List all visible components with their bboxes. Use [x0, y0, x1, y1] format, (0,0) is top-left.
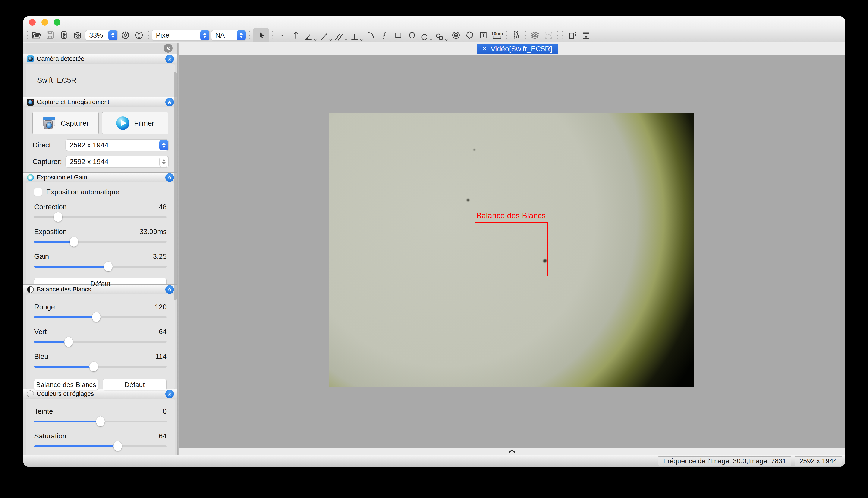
minimize-window-button[interactable] — [41, 19, 48, 26]
perpendicular-tool-button[interactable] — [350, 29, 363, 42]
open-file-button[interactable] — [31, 29, 42, 42]
slider-thumb[interactable] — [96, 417, 105, 426]
rouge-slider[interactable] — [34, 312, 167, 322]
panel-header-capture[interactable]: Capture et Enregistrement — [24, 97, 177, 107]
stepper-icon[interactable] — [108, 30, 117, 40]
slider-thumb[interactable] — [92, 312, 101, 322]
zoom-select[interactable]: 33% — [86, 30, 117, 40]
export-button[interactable] — [580, 29, 592, 42]
record-button[interactable]: Filmer — [102, 112, 168, 134]
snap-resolution-select[interactable]: 2592 x 1944 — [66, 156, 168, 167]
teinte-value: 0 — [163, 407, 167, 416]
text-tool-button[interactable] — [477, 29, 489, 42]
white-balance-button[interactable]: Balance des Blancs — [34, 379, 98, 391]
capture-button[interactable]: Capturer — [33, 112, 99, 134]
arc-tool-button[interactable] — [365, 29, 377, 42]
stepper-icon[interactable] — [200, 30, 209, 40]
slider-thumb[interactable] — [64, 337, 73, 347]
white-balance-default-button[interactable]: Défaut — [103, 379, 167, 391]
parallel-lines-tool-button[interactable] — [334, 29, 348, 42]
scalebar-tool-button[interactable]: 10um — [491, 29, 503, 42]
exposition-slider[interactable] — [34, 237, 167, 247]
viewer-canvas[interactable]: Balance des Blancs — [179, 55, 845, 448]
line-tool-button[interactable] — [319, 29, 332, 42]
close-tab-icon[interactable]: × — [482, 45, 487, 52]
snap-resolution-value: 2592 x 1944 — [69, 158, 108, 166]
record-play-icon — [116, 117, 129, 130]
slider-thumb[interactable] — [104, 262, 113, 272]
point-tool-button[interactable] — [276, 29, 288, 42]
close-window-button[interactable] — [29, 19, 36, 26]
correction-label: Correction — [34, 203, 67, 211]
panel-body-colors: Teinte 0 Saturation 64 — [26, 399, 175, 455]
auto-exposure-checkbox[interactable] — [34, 188, 42, 196]
panel-title: Caméra détectée — [37, 55, 84, 62]
device-settings-button[interactable] — [58, 29, 69, 42]
sidebar-divider[interactable] — [177, 43, 179, 455]
rectangle-tool-button[interactable] — [393, 29, 404, 42]
tab-video[interactable]: × Vidéo[Swift_EC5R] — [477, 43, 558, 54]
correction-slider[interactable] — [34, 212, 167, 222]
tab-bar: × Vidéo[Swift_EC5R] — [179, 43, 845, 55]
collapse-panel-button[interactable] — [165, 98, 174, 106]
panel-title: Capture et Enregistrement — [37, 99, 109, 106]
zoom-window-button[interactable] — [54, 19, 61, 26]
panel-header-exposure[interactable]: Exposition et Gain — [24, 172, 177, 182]
ellipse-tool-button[interactable] — [406, 29, 418, 42]
slider-thumb[interactable] — [54, 212, 62, 222]
point-icon — [278, 31, 286, 39]
curve-tool-button[interactable] — [379, 29, 391, 42]
duplicate-button[interactable] — [567, 29, 578, 42]
expand-panel-button[interactable] — [508, 449, 515, 454]
teinte-slider[interactable] — [34, 416, 167, 427]
stepper-icon[interactable] — [159, 140, 168, 150]
bleu-slider[interactable] — [34, 362, 167, 372]
csv-export-button[interactable]: CSV — [543, 29, 554, 42]
gain-slider[interactable] — [34, 261, 167, 272]
gain-value: 3.25 — [153, 252, 167, 261]
panel-body-camera: Swift_EC5R — [26, 64, 175, 97]
panel-header-camera[interactable]: Caméra détectée — [24, 54, 177, 64]
cursor-tool-button[interactable] — [253, 28, 269, 42]
layers-button[interactable] — [529, 29, 540, 42]
polygon-tool-button[interactable] — [464, 29, 475, 42]
slider-thumb[interactable] — [69, 237, 78, 247]
flash-device-icon — [59, 30, 68, 40]
live-resolution-select[interactable]: 2592 x 1944 — [66, 140, 168, 150]
collapse-panel-button[interactable] — [165, 55, 174, 63]
sidebar-collapse-button[interactable] — [164, 44, 173, 53]
stepper-icon[interactable] — [237, 30, 246, 40]
color-wheel-icon — [27, 391, 34, 397]
save-button[interactable] — [44, 29, 56, 42]
live-video-frame[interactable]: Balance des Blancs — [329, 113, 694, 386]
toolbar-separator — [271, 30, 274, 41]
arrow-tool-button[interactable] — [290, 29, 302, 42]
preferences-button[interactable] — [119, 29, 131, 42]
white-balance-icon — [27, 286, 34, 293]
slider-thumb[interactable] — [89, 362, 98, 371]
camera-list-item[interactable]: Swift_EC5R — [31, 70, 170, 90]
white-balance-roi-rectangle[interactable] — [475, 222, 548, 276]
stepper-icon[interactable] — [159, 157, 168, 167]
angle-tool-button[interactable] — [304, 29, 317, 42]
vert-slider[interactable] — [34, 337, 167, 347]
measurement-tool-button[interactable] — [510, 29, 522, 42]
snapshot-button[interactable] — [72, 29, 83, 42]
collapse-panel-button[interactable] — [165, 173, 174, 182]
gain-label: Gain — [34, 252, 49, 261]
chevron-down-icon — [360, 38, 363, 42]
unit-select[interactable]: Pixel — [152, 30, 209, 40]
na-select[interactable]: NA — [212, 30, 246, 40]
link-tool-button[interactable] — [435, 29, 448, 42]
slider-thumb[interactable] — [113, 441, 122, 451]
na-value: NA — [215, 31, 225, 39]
circle-tool-button[interactable] — [420, 29, 433, 42]
sidebar-scrollbar[interactable] — [174, 72, 177, 300]
copy-icon — [567, 30, 577, 40]
rouge-label: Rouge — [34, 303, 55, 311]
info-button[interactable] — [133, 29, 145, 42]
collapse-panel-button[interactable] — [165, 285, 174, 294]
collapse-panel-button[interactable] — [165, 390, 174, 398]
saturation-slider[interactable] — [34, 441, 167, 451]
annulus-tool-button[interactable] — [450, 29, 462, 42]
